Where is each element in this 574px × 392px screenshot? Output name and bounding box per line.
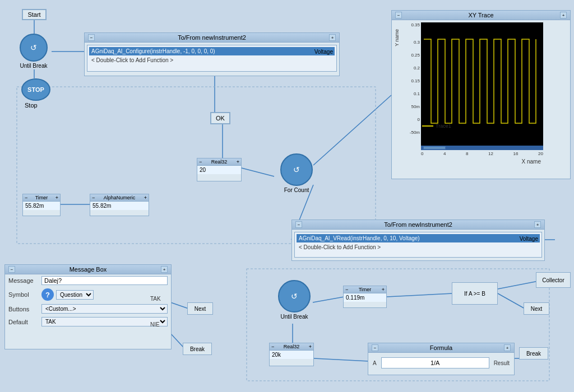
x-val-20: 20	[538, 151, 543, 156]
real32-label-1: Real32	[211, 159, 228, 165]
default-select[interactable]: TAK	[41, 317, 168, 326]
svg-line-16	[314, 358, 369, 361]
xy-trace-title-text: XY Trace	[468, 12, 493, 18]
nie-branch-label: NIE	[150, 321, 160, 328]
symbol-row: Symbol ? Question	[5, 287, 171, 302]
msgbox-minimize-btn[interactable]: −	[8, 266, 15, 273]
trace1-legend: Trace1	[436, 123, 451, 129]
alpha-numeric-header: − AlphaNumeric +	[90, 194, 149, 202]
start-label: Start	[27, 11, 40, 18]
svg-line-5	[242, 168, 274, 176]
x-val-8: 8	[466, 151, 468, 156]
if-a-ge-b-label: If A >= B	[464, 291, 485, 297]
alpha-value[interactable]: 55.82m	[92, 203, 111, 209]
next-button-1[interactable]: Next	[187, 302, 213, 315]
message-row: Message	[5, 274, 171, 287]
x-val-12: 12	[488, 151, 493, 156]
until-break-loop-1[interactable]: ↺	[20, 34, 48, 62]
for-count-arrow-icon: ↺	[293, 165, 300, 174]
alpha-minimize[interactable]: −	[92, 195, 95, 200]
formula-title: − Formula +	[368, 343, 514, 353]
instrument-1-add-row[interactable]: < Double-Click to Add Function >	[89, 57, 335, 64]
buttons-select[interactable]: <Custom...>	[41, 304, 168, 314]
inst1-expand-btn[interactable]: +	[329, 34, 336, 41]
y-val-035: 0.35	[401, 22, 420, 27]
instrument-panel-2-title-text: To/From newInstrument2	[384, 221, 452, 228]
real32-minimize-2[interactable]: −	[271, 344, 274, 349]
buttons-row: Buttons <Custom...>	[5, 302, 171, 315]
until-break-loop-2[interactable]: ↺	[278, 280, 311, 312]
message-input[interactable]	[41, 276, 168, 285]
break-button-2[interactable]: Break	[519, 347, 548, 360]
timer-label-2: Timer	[359, 287, 372, 292]
message-box-title: − Message Box +	[5, 265, 171, 274]
real32-header-1: − Real32 +	[197, 158, 241, 166]
timer-body-2: 0.119m	[344, 293, 386, 302]
msgbox-expand-btn[interactable]: +	[161, 266, 168, 273]
real32-label-2: Real32	[284, 344, 300, 349]
next-button-2[interactable]: Next	[524, 302, 549, 315]
formula-result-port: Result	[494, 360, 510, 366]
real32-expand-2[interactable]: +	[309, 344, 312, 349]
next-1-label: Next	[195, 306, 206, 312]
xy-expand-btn[interactable]: +	[560, 12, 567, 18]
stop-label: Stop	[25, 102, 38, 109]
for-count-loop[interactable]: ↺	[280, 153, 313, 186]
real32-minimize-1[interactable]: −	[199, 159, 202, 165]
timer-value-1[interactable]: 55.82m	[25, 203, 44, 209]
formula-expand-btn[interactable]: +	[504, 344, 511, 351]
if-a-ge-b-node[interactable]: If A >= B	[452, 282, 498, 305]
break-2-label: Break	[526, 351, 541, 357]
message-box: − Message Box + Message Symbol ? Questio…	[4, 264, 172, 349]
xy-minimize-btn[interactable]: −	[395, 12, 402, 18]
stop-button[interactable]: STOP	[21, 78, 50, 101]
timer-expand-1[interactable]: +	[55, 195, 58, 200]
x-val-0: 0	[421, 151, 423, 156]
instrument-1-func-row[interactable]: AGniDaq_AI_Configure(instrHandle, -1, 0,…	[89, 47, 335, 55]
instrument-panel-2-title: − To/From newInstrument2 +	[292, 220, 544, 230]
real32-value-1[interactable]: 20	[200, 167, 206, 173]
timer-label-1: Timer	[35, 195, 48, 200]
svg-line-7	[313, 95, 391, 165]
buttons-label: Buttons	[8, 306, 39, 312]
svg-line-10	[313, 297, 344, 302]
timer-minimize-1[interactable]: −	[25, 195, 27, 200]
timer-node-2: − Timer + 0.119m	[343, 286, 387, 308]
inst1-minimize-btn[interactable]: −	[88, 34, 95, 41]
x-val-4: 4	[443, 151, 446, 156]
x-axis-label: X name	[401, 158, 541, 165]
xy-chart-area[interactable]	[421, 22, 543, 150]
timer-expand-2[interactable]: +	[382, 287, 385, 292]
real32-expand-1[interactable]: +	[237, 159, 239, 165]
inst2-minimize-btn[interactable]: −	[295, 221, 302, 228]
ok-button[interactable]: OK	[210, 112, 230, 124]
break-button-1[interactable]: Break	[183, 343, 212, 355]
real32-value-2[interactable]: 20k	[272, 352, 281, 358]
start-button[interactable]: Start	[22, 9, 47, 20]
timer-value-2[interactable]: 0.119m	[346, 295, 364, 301]
alpha-numeric-node: − AlphaNumeric + 55.82m	[90, 194, 149, 216]
xy-trace-title: − XY Trace +	[392, 11, 570, 20]
until-break-label-1: Until Break	[20, 63, 48, 69]
y-val-0: 0	[401, 117, 420, 122]
real32-body-2: 20k	[270, 351, 313, 359]
formula-minimize-btn[interactable]: −	[372, 344, 378, 351]
message-box-title-text: Message Box	[70, 266, 107, 273]
until-break-2-arrow-icon: ↺	[291, 292, 298, 301]
formula-title-text: Formula	[430, 344, 452, 351]
inst2-expand-btn[interactable]: +	[534, 221, 541, 228]
collector-node[interactable]: Collector	[536, 272, 571, 288]
symbol-select[interactable]: Question	[56, 290, 94, 300]
timer-minimize-2[interactable]: −	[345, 287, 348, 292]
y-val-50m: 50m	[401, 104, 420, 109]
break-1-label: Break	[190, 346, 205, 352]
formula-a-port: A	[373, 360, 377, 366]
y-axis-label: Y name	[394, 29, 400, 46]
timer-header-2: − Timer +	[344, 286, 386, 293]
symbol-label: Symbol	[8, 291, 39, 298]
y-val-020: 0.2	[401, 66, 420, 71]
alpha-expand[interactable]: +	[144, 195, 147, 200]
instrument-2-add-row[interactable]: < Double-Click to Add Function >	[297, 244, 540, 251]
instrument-2-func-row[interactable]: AGniDaq_AI_VRead(instrHandle, 0, 10, Vol…	[297, 234, 540, 242]
ok-label: OK	[216, 115, 225, 122]
